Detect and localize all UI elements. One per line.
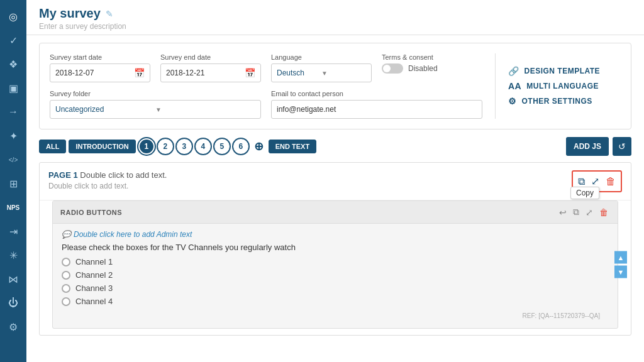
admin-text[interactable]: Double click here to add Admin text [62, 230, 609, 239]
language-label: Language [271, 53, 372, 61]
language-group: Language Deutsch ▼ [271, 53, 372, 82]
section-move-button[interactable]: ⤢ [584, 206, 595, 218]
tab-page-1[interactable]: 1 [138, 138, 155, 155]
sidebar-item-arrow[interactable]: → [2, 101, 25, 123]
radio-circle-1 [62, 258, 70, 266]
settings-panel: Survey start date 2018-12-07 📅 Survey en… [39, 43, 631, 129]
page-title-text[interactable]: PAGE 1 Double click to add text. [48, 170, 572, 180]
page-sub-placeholder[interactable]: Double click to add text. [48, 182, 572, 190]
sidebar-item-table[interactable]: ⊞ [2, 172, 25, 195]
other-settings-link[interactable]: ⚙ OTHER SETTINGS [508, 96, 621, 106]
sidebar-item-share[interactable]: ⋈ [2, 268, 25, 290]
page-header-text: PAGE 1 Double click to add text. Double … [48, 170, 572, 190]
email-label: Email to contact person [271, 90, 482, 97]
scroll-up-button[interactable]: ▲ [614, 251, 627, 264]
sidebar-item-target[interactable]: ◎ [2, 5, 25, 28]
sidebar-item-login[interactable]: ⇥ [2, 220, 25, 243]
end-date-value: 2018-12-21 [166, 69, 204, 77]
power-icon: ⏻ [8, 297, 18, 309]
tab-page-4[interactable]: 4 [195, 138, 211, 155]
end-date-group: Survey end date 2018-12-21 📅 [160, 53, 261, 82]
survey-description[interactable]: Enter a survey description [39, 22, 631, 31]
sidebar-item-settings[interactable]: ⚙ [2, 315, 25, 338]
terms-status: Disabled [408, 64, 438, 73]
tab-page-6[interactable]: 6 [233, 138, 249, 155]
radio-circle-2 [62, 271, 70, 280]
section-copy-button[interactable]: ⧉ [571, 206, 581, 218]
folder-select[interactable]: Uncategorized ▼ [50, 100, 261, 119]
section-scroll-buttons: ▲ ▼ [614, 251, 627, 278]
email-input[interactable]: info@netigate.net [271, 100, 482, 119]
calendar-icon-end: 📅 [245, 68, 255, 78]
design-template-label: DESIGN TEMPLATE [525, 67, 601, 75]
question-text[interactable]: Please check the boxes for the TV Channe… [62, 243, 609, 252]
sidebar-item-code[interactable]: </> [2, 148, 25, 171]
settings-icon: ⚙ [9, 321, 18, 333]
end-date-input[interactable]: 2018-12-21 📅 [160, 63, 261, 82]
section-controls: ↩ ⧉ ⤢ 🗑 [557, 206, 610, 218]
page-title: My survey [39, 6, 101, 21]
terms-label: Terms & consent [382, 53, 482, 61]
radio-option-3[interactable]: Channel 3 [62, 283, 609, 293]
star-icon: ✦ [9, 130, 18, 142]
table-icon: ⊞ [9, 178, 18, 190]
page-header-row: PAGE 1 Double click to add text. Double … [40, 163, 631, 200]
terms-toggle[interactable] [382, 63, 403, 74]
sidebar-item-star[interactable]: ✦ [2, 124, 25, 147]
language-value: Deutsch [277, 69, 321, 77]
start-date-group: Survey start date 2018-12-07 📅 [50, 53, 150, 82]
radio-circle-3 [62, 284, 70, 293]
radio-label-2: Channel 2 [75, 270, 113, 280]
terms-toggle-row: Disabled [382, 63, 482, 74]
sidebar-item-inbox[interactable]: ▣ [2, 77, 25, 99]
add-page-button[interactable]: ⊕ [252, 140, 266, 153]
grid-icon: ❖ [9, 58, 18, 70]
email-group: Email to contact person info@netigate.ne… [271, 90, 482, 119]
section-undo-button[interactable]: ↩ [557, 206, 569, 218]
start-date-input[interactable]: 2018-12-07 📅 [50, 63, 150, 82]
other-settings-label: OTHER SETTINGS [522, 97, 592, 106]
tab-page-5[interactable]: 5 [214, 138, 230, 155]
login-icon: ⇥ [9, 226, 18, 238]
tab-page-3[interactable]: 3 [176, 138, 192, 155]
radio-label-4: Channel 4 [75, 297, 113, 306]
terms-group: Terms & consent Disabled [382, 53, 482, 82]
language-select[interactable]: Deutsch ▼ [271, 63, 372, 82]
add-js-button[interactable]: ADD JS [566, 137, 609, 156]
design-template-icon: 🔗 [508, 66, 519, 76]
sidebar-item-power[interactable]: ⏻ [2, 292, 25, 314]
multi-language-icon: Aa [508, 81, 521, 91]
start-date-label: Survey start date [50, 53, 150, 61]
scroll-down-button[interactable]: ▼ [614, 266, 627, 278]
tab-end-text[interactable]: END TEXT [269, 140, 316, 153]
section-delete-button[interactable]: 🗑 [597, 206, 610, 218]
gear-star-icon: ✳ [9, 250, 18, 261]
other-settings-icon: ⚙ [508, 96, 517, 106]
folder-value: Uncategorized [55, 105, 155, 114]
delete-page-button[interactable]: 🗑 [604, 175, 617, 189]
sidebar-item-nps[interactable]: NPS [2, 196, 25, 219]
radio-section: RADIO BUTTONS ↩ ⧉ ⤢ 🗑 Double click here … [52, 200, 618, 329]
copy-tooltip: Copy [570, 187, 599, 199]
sidebar-item-gear-star[interactable]: ✳ [2, 244, 25, 266]
radio-option-4[interactable]: Channel 4 [62, 297, 609, 306]
refresh-button[interactable]: ↺ [613, 137, 631, 156]
inbox-icon: ▣ [9, 82, 18, 94]
sidebar-item-grid[interactable]: ❖ [2, 53, 25, 75]
tab-page-2[interactable]: 2 [157, 138, 174, 155]
radio-section-title: RADIO BUTTONS [60, 209, 557, 216]
multi-language-label: MULTI LANGUAGE [526, 82, 599, 90]
target-icon: ◎ [9, 11, 18, 23]
page-header: My survey ✎ Enter a survey description [26, 0, 644, 35]
page-title-placeholder: Double click to add text. [80, 170, 167, 180]
checkmark-icon: ✓ [9, 35, 18, 47]
design-template-link[interactable]: 🔗 DESIGN TEMPLATE [508, 66, 621, 76]
tab-introduction[interactable]: INTRODUCTION [69, 140, 135, 153]
radio-option-1[interactable]: Channel 1 [62, 257, 609, 266]
ref-text: REF: [QA--115720379--QA] [62, 310, 609, 322]
tab-all[interactable]: ALL [39, 140, 66, 153]
sidebar-item-check[interactable]: ✓ [2, 29, 25, 52]
multi-language-link[interactable]: Aa MULTI LANGUAGE [508, 81, 621, 91]
radio-option-2[interactable]: Channel 2 [62, 270, 609, 280]
edit-title-icon[interactable]: ✎ [106, 9, 113, 19]
